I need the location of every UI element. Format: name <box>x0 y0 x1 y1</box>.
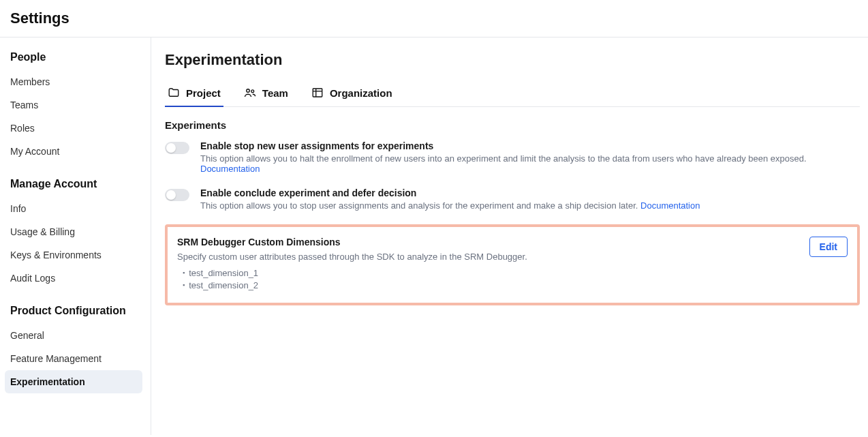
svg-point-1 <box>251 90 254 93</box>
srm-panel-desc: Specify custom user attributes passed th… <box>177 252 527 262</box>
doc-link-conclude-defer[interactable]: Documentation <box>640 200 700 211</box>
tab-project-label: Project <box>186 87 221 99</box>
srm-panel-title: SRM Debugger Custom Dimensions <box>177 237 527 247</box>
sidebar-item-experimentation[interactable]: Experimentation <box>5 370 142 393</box>
setting-conclude-defer-desc: This option allows you to stop user assi… <box>200 200 700 211</box>
folder-icon <box>168 87 180 99</box>
srm-panel-header: SRM Debugger Custom Dimensions Specify c… <box>177 237 848 292</box>
page-header: Settings <box>0 0 868 37</box>
svg-rect-2 <box>313 89 322 97</box>
setting-stop-assignments-desc: This option allows you to halt the enrol… <box>200 153 860 174</box>
setting-stop-assignments: Enable stop new user assignments for exp… <box>165 140 860 174</box>
main-content: Experimentation Project Team Organizatio… <box>151 37 868 435</box>
tabs: Project Team Organization <box>165 81 860 107</box>
sidebar-group-people: People <box>10 51 142 63</box>
sidebar-item-keys-environments[interactable]: Keys & Environments <box>5 243 142 267</box>
sidebar: People Members Teams Roles My Account Ma… <box>0 37 151 435</box>
toggle-stop-assignments[interactable] <box>165 142 189 154</box>
sidebar-item-info[interactable]: Info <box>5 197 142 220</box>
sidebar-item-my-account[interactable]: My Account <box>5 140 142 163</box>
sidebar-group-manage-account: Manage Account <box>10 178 142 190</box>
tab-team-label: Team <box>262 87 288 99</box>
toggle-conclude-defer[interactable] <box>165 189 189 201</box>
setting-stop-assignments-title: Enable stop new user assignments for exp… <box>200 140 860 151</box>
setting-conclude-defer: Enable conclude experiment and defer dec… <box>165 187 860 211</box>
sidebar-item-usage-billing[interactable]: Usage & Billing <box>5 220 142 243</box>
sidebar-item-general[interactable]: General <box>5 324 142 347</box>
setting-conclude-defer-text: Enable conclude experiment and defer dec… <box>200 187 700 211</box>
tab-project[interactable]: Project <box>165 81 223 107</box>
sidebar-group-product-config: Product Configuration <box>10 305 142 317</box>
list-item: test_dimension_2 <box>183 280 527 292</box>
sidebar-item-audit-logs[interactable]: Audit Logs <box>5 267 142 290</box>
section-experiments-title: Experiments <box>165 119 860 131</box>
list-item: test_dimension_1 <box>183 267 527 280</box>
tab-organization[interactable]: Organization <box>309 81 395 107</box>
page-body: People Members Teams Roles My Account Ma… <box>0 37 868 435</box>
main-title: Experimentation <box>165 51 860 69</box>
setting-stop-assignments-text: Enable stop new user assignments for exp… <box>200 140 860 174</box>
srm-debugger-panel: SRM Debugger Custom Dimensions Specify c… <box>165 224 860 305</box>
edit-button[interactable]: Edit <box>809 237 848 257</box>
srm-dimensions-list: test_dimension_1 test_dimension_2 <box>177 267 527 292</box>
sidebar-item-teams[interactable]: Teams <box>5 93 142 117</box>
tab-team[interactable]: Team <box>241 81 291 107</box>
tab-organization-label: Organization <box>330 87 392 99</box>
sidebar-item-feature-management[interactable]: Feature Management <box>5 347 142 370</box>
toggle-knob <box>166 190 176 200</box>
svg-point-0 <box>247 89 250 93</box>
toggle-knob <box>166 143 176 153</box>
team-icon <box>244 87 256 99</box>
doc-link-stop-assignments[interactable]: Documentation <box>200 164 260 174</box>
page-title: Settings <box>10 10 858 27</box>
sidebar-item-roles[interactable]: Roles <box>5 117 142 140</box>
sidebar-item-members[interactable]: Members <box>5 70 142 93</box>
setting-conclude-defer-title: Enable conclude experiment and defer dec… <box>200 187 700 198</box>
organization-icon <box>311 87 324 99</box>
